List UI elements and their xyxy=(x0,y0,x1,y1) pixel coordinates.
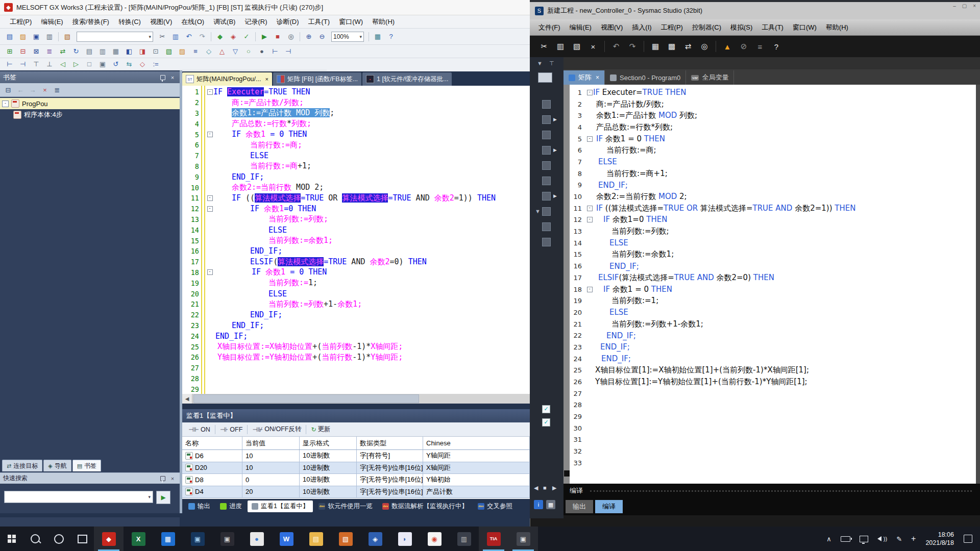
rebuild-all-icon[interactable]: ◈ xyxy=(227,31,239,42)
gx-bottom-tab-1[interactable]: 进度 xyxy=(216,500,246,512)
fold-collapse-icon[interactable]: - xyxy=(587,90,593,95)
fold-marker[interactable]: - xyxy=(586,136,593,142)
gx-bottom-tab-2[interactable]: 监看1【监看中】 xyxy=(248,500,313,512)
gx-menu-item-10[interactable]: 窗口(W) xyxy=(334,16,368,28)
taskbar-blue-app-button[interactable]: ◈ xyxy=(360,527,390,551)
check-program-icon[interactable]: ✓ xyxy=(240,31,253,42)
watch-row-D20[interactable]: D201010进制数字[无符号]/位串[16位]X轴间距 xyxy=(182,462,530,474)
data-transfer-icon[interactable]: ⇄ xyxy=(57,46,69,57)
cortana-button[interactable] xyxy=(47,527,70,551)
taskbar-wps-button[interactable]: W xyxy=(272,527,301,551)
cut-icon[interactable]: ✂ xyxy=(537,40,551,53)
fold-marker[interactable]: - xyxy=(206,132,213,137)
tree-node-icon-3[interactable] xyxy=(542,146,551,155)
tree-node-icon-6[interactable] xyxy=(542,192,551,201)
update-button[interactable]: ↻更新 xyxy=(308,424,333,435)
toolbar-combo[interactable]: ▾ xyxy=(77,32,153,42)
fold-marker[interactable]: - xyxy=(206,206,213,212)
sysmac-editor-vscrollbar[interactable] xyxy=(976,85,980,484)
st-down-icon[interactable]: ⊥ xyxy=(43,59,56,70)
next-bookmark-icon[interactable]: → xyxy=(27,85,38,95)
column-header-4[interactable]: Chinese xyxy=(423,437,530,449)
fold-marker[interactable]: - xyxy=(586,287,593,292)
pin-icon[interactable] xyxy=(160,75,165,80)
sysmac-tab-2[interactable]: var全局变量 xyxy=(686,70,734,85)
gx-menu-item-1[interactable]: 编辑(E) xyxy=(36,16,67,28)
gx-editor-hscrollbar[interactable]: ◀ xyxy=(182,394,530,404)
sysmac-menu-item-6[interactable]: 模拟(S) xyxy=(726,21,757,34)
battery-status[interactable] xyxy=(836,527,855,551)
redo-icon[interactable]: ↷ xyxy=(626,40,639,53)
compile-tab-1[interactable]: 编译 xyxy=(595,500,623,513)
watch-row-D4[interactable]: D42010进制数字[无符号]/位串[16位]产品计数 xyxy=(182,486,530,498)
help-icon[interactable]: ? xyxy=(385,31,397,42)
lines-icon[interactable]: ≡ xyxy=(189,46,202,57)
fold-collapse-icon[interactable]: - xyxy=(207,132,213,137)
tree-item-1[interactable]: 程序本体:4步 xyxy=(0,109,180,120)
column-header-1[interactable]: 当前值 xyxy=(242,437,300,449)
st-right-icon[interactable]: ⊣ xyxy=(17,59,29,70)
print-icon[interactable]: ▥ xyxy=(43,31,56,42)
help-icon[interactable]: ? xyxy=(770,40,783,53)
taskbar-orange-app-button[interactable]: ▧ xyxy=(331,527,360,551)
gx-menu-item-6[interactable]: 调试(B) xyxy=(209,16,240,28)
taskbar-gx-works3-button[interactable]: ◆ xyxy=(94,527,124,551)
gx-editor-tab-0[interactable]: ST矩阵(MAIN/ProgPou/...× xyxy=(182,72,272,86)
fold-marker[interactable]: - xyxy=(206,89,213,95)
hscroll-thumb[interactable] xyxy=(193,394,419,403)
tree-node-icon-2[interactable] xyxy=(542,131,551,139)
sysmac-menu-item-8[interactable]: 窗口(W) xyxy=(788,21,821,34)
explorer-window-icon[interactable] xyxy=(538,72,552,83)
sysmac-menu-item-1[interactable]: 编辑(E) xyxy=(565,21,596,34)
quick-search-go-button[interactable]: ▶ xyxy=(156,491,170,504)
chevron-down-icon[interactable]: ▾ xyxy=(148,494,151,499)
gx-menu-item-8[interactable]: 诊断(D) xyxy=(272,16,303,28)
frame-solid-icon[interactable]: ▣ xyxy=(96,59,109,70)
sysmac-menu-item-0[interactable]: 文件(F) xyxy=(534,21,565,34)
gx-bottom-tab-3[interactable]: dev软元件使用一览 xyxy=(314,500,377,512)
gx-menu-item-0[interactable]: 工程(P) xyxy=(5,16,36,28)
taskbar-tim-button[interactable]: ◗ xyxy=(390,527,420,551)
strip-nav-current[interactable]: ■ xyxy=(543,485,547,491)
delete-bookmark-icon[interactable]: × xyxy=(39,85,51,95)
fold-collapse-icon[interactable]: - xyxy=(587,217,593,222)
zoom-in-icon[interactable]: ⊕ xyxy=(303,31,315,42)
gx-menu-item-7[interactable]: 记录(R) xyxy=(240,16,272,28)
copy-icon[interactable]: ▥ xyxy=(554,40,567,53)
gx-st-editor[interactable]: 1-IF Executer=TRUE THEN2商:=产品计数/列数;3余数1:… xyxy=(182,86,530,394)
tree-node-icon-1[interactable] xyxy=(542,115,551,124)
ladder-block-icon[interactable]: ≣ xyxy=(43,46,56,57)
triangle-up-icon[interactable]: △ xyxy=(216,46,228,57)
half-left-icon[interactable]: ◧ xyxy=(123,46,135,57)
filter-panel-icon[interactable]: ▦ xyxy=(546,500,555,509)
tree-node-icon-9[interactable] xyxy=(542,238,551,246)
network-status[interactable] xyxy=(855,527,873,551)
taskbar-file-explorer-button[interactable]: ▤ xyxy=(301,527,331,551)
shade-b-icon[interactable]: ▨ xyxy=(176,46,188,57)
save-project-icon[interactable]: ▣ xyxy=(30,31,42,42)
gx-menu-item-11[interactable]: 帮助(H) xyxy=(368,16,399,28)
sort-bookmark-icon[interactable]: ≣ xyxy=(52,85,63,95)
assign-icon[interactable]: := xyxy=(150,59,162,70)
watch-row-D6[interactable]: D61010进制数字[有符号]Y轴间距 xyxy=(182,450,530,462)
chevron-down-icon[interactable]: ▼ xyxy=(537,60,543,66)
zoom-combo[interactable]: 100%▾ xyxy=(331,32,364,42)
fold-collapse-icon[interactable]: - xyxy=(587,206,593,211)
force-on-button[interactable]: ⊣⊩ON xyxy=(185,425,213,434)
paste-icon[interactable]: ▧ xyxy=(61,31,74,42)
copy-icon[interactable]: ▥ xyxy=(169,31,182,42)
st-up-icon[interactable]: ⊤ xyxy=(30,59,42,70)
ladder-contact-close-icon[interactable]: ⊟ xyxy=(17,46,29,57)
tree-expander-icon[interactable]: - xyxy=(2,101,9,107)
sysmac-menu-item-9[interactable]: 帮助(H) xyxy=(821,21,853,34)
force-off-button[interactable]: ⊣⊦OFF xyxy=(217,425,246,434)
rail-left-icon[interactable]: ⊢ xyxy=(269,46,281,57)
fold-marker[interactable]: - xyxy=(586,217,593,222)
taskbar-photos-button[interactable]: ▦ xyxy=(153,527,183,551)
monitor-start-icon[interactable]: ▶ xyxy=(258,31,271,42)
touch-keyboard[interactable]: + xyxy=(906,527,920,551)
side-tab-2[interactable]: ▤书签 xyxy=(72,460,101,471)
gx-bottom-tab-0[interactable]: 输出 xyxy=(184,500,214,512)
search-icon[interactable]: ◎ xyxy=(698,40,711,53)
quick-search-input[interactable]: ▾ xyxy=(4,491,153,503)
